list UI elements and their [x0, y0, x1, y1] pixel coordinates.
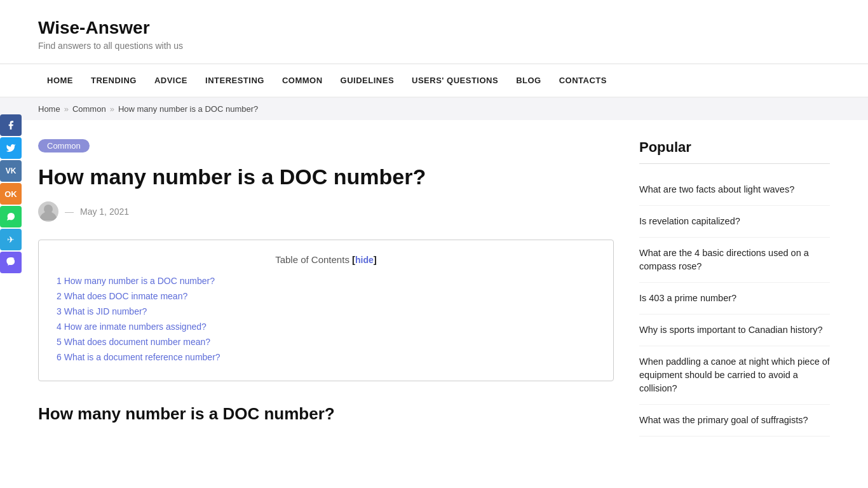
- popular-title: Popular: [639, 139, 830, 156]
- section-heading: How many number is a DOC number?: [38, 404, 614, 424]
- breadcrumb: Home»Common»How many number is a DOC num…: [0, 98, 868, 120]
- toc-item: 4 How are inmate numbers assigned?: [57, 321, 595, 332]
- nav-item-users--questions[interactable]: USERS' QUESTIONS: [403, 64, 507, 97]
- sidebar: Popular What are two facts about light w…: [639, 139, 830, 437]
- popular-list-item: What was the primary goal of suffragists…: [639, 405, 830, 437]
- avatar: [38, 201, 58, 222]
- main-nav: HOMETRENDINGADVICEINTERESTINGCOMMONGUIDE…: [0, 64, 868, 98]
- popular-list: What are two facts about light waves?Is …: [639, 174, 830, 437]
- nav-item-guidelines[interactable]: GUIDELINES: [332, 64, 403, 97]
- author-dash: —: [65, 207, 74, 217]
- popular-link[interactable]: Is revelation capitalized?: [639, 206, 830, 237]
- toc-link[interactable]: 1 How many number is a DOC number?: [57, 276, 215, 286]
- toc-item: 3 What is JID number?: [57, 306, 595, 316]
- toc-link[interactable]: 3 What is JID number?: [57, 306, 147, 316]
- toc-item: 1 How many number is a DOC number?: [57, 275, 595, 286]
- twitter-share-button[interactable]: [0, 137, 22, 159]
- toc-item: 5 What does document number mean?: [57, 336, 595, 347]
- toc-link[interactable]: 2 What does DOC inmate mean?: [57, 291, 187, 301]
- popular-list-item: When paddling a canoe at night which pie…: [639, 346, 830, 405]
- ok-share-button[interactable]: OK: [0, 183, 22, 205]
- toc-list: 1 How many number is a DOC number?2 What…: [57, 275, 595, 362]
- popular-link[interactable]: What are two facts about light waves?: [639, 174, 830, 205]
- popular-list-item: Is revelation capitalized?: [639, 206, 830, 238]
- page-layout: Common How many number is a DOC number? …: [0, 120, 868, 456]
- site-header: Wise-Answer Find answers to all question…: [0, 0, 868, 64]
- sidebar-divider: [639, 163, 830, 164]
- toc-link[interactable]: 5 What does document number mean?: [57, 337, 210, 347]
- breadcrumb-item-1[interactable]: Common: [72, 104, 106, 114]
- toc-link[interactable]: 6 What is a document reference number?: [57, 352, 220, 362]
- popular-list-item: Is 403 a prime number?: [639, 283, 830, 315]
- article-date: May 1, 2021: [80, 207, 129, 217]
- popular-list-item: Why is sports important to Canadian hist…: [639, 315, 830, 346]
- category-badge[interactable]: Common: [38, 139, 90, 152]
- popular-link[interactable]: Is 403 a prime number?: [639, 283, 830, 314]
- breadcrumb-item-2[interactable]: How many number is a DOC number?: [118, 104, 258, 114]
- toc-link[interactable]: 4 How are inmate numbers assigned?: [57, 322, 207, 332]
- article-main: Common How many number is a DOC number? …: [38, 139, 614, 437]
- telegram-share-button[interactable]: ✈: [0, 229, 22, 250]
- article-title: How many number is a DOC number?: [38, 164, 614, 190]
- nav-item-trending[interactable]: TRENDING: [82, 64, 146, 97]
- breadcrumb-item-0[interactable]: Home: [38, 104, 60, 114]
- viber-share-button[interactable]: [0, 252, 22, 273]
- toc-hide-link[interactable]: hide: [355, 255, 374, 265]
- nav-item-advice[interactable]: ADVICE: [146, 64, 196, 97]
- whatsapp-share-button[interactable]: [0, 206, 22, 227]
- breadcrumb-sep: »: [110, 104, 114, 114]
- toc-title: Table of Contents [hide]: [57, 254, 595, 265]
- author-row: — May 1, 2021: [38, 201, 614, 222]
- popular-link[interactable]: What are the 4 basic directions used on …: [639, 238, 830, 282]
- popular-link[interactable]: Why is sports important to Canadian hist…: [639, 315, 830, 346]
- popular-list-item: What are the 4 basic directions used on …: [639, 238, 830, 283]
- popular-list-item: What are two facts about light waves?: [639, 174, 830, 206]
- site-title: Wise-Answer: [38, 18, 830, 38]
- site-tagline: Find answers to all questions with us: [38, 41, 830, 51]
- social-sidebar: VK OK ✈: [0, 114, 22, 273]
- vk-share-button[interactable]: VK: [0, 160, 22, 182]
- facebook-share-button[interactable]: [0, 114, 22, 136]
- nav-item-interesting[interactable]: INTERESTING: [196, 64, 273, 97]
- nav-item-common[interactable]: COMMON: [273, 64, 332, 97]
- nav-item-home[interactable]: HOME: [38, 64, 82, 97]
- nav-item-blog[interactable]: BLOG: [507, 64, 550, 97]
- popular-link[interactable]: What was the primary goal of suffragists…: [639, 405, 830, 436]
- toc-item: 2 What does DOC inmate mean?: [57, 290, 595, 301]
- toc-item: 6 What is a document reference number?: [57, 351, 595, 362]
- popular-link[interactable]: When paddling a canoe at night which pie…: [639, 346, 830, 404]
- table-of-contents: Table of Contents [hide] 1 How many numb…: [38, 240, 614, 381]
- nav-item-contacts[interactable]: CONTACTS: [550, 64, 616, 97]
- breadcrumb-sep: »: [64, 104, 69, 114]
